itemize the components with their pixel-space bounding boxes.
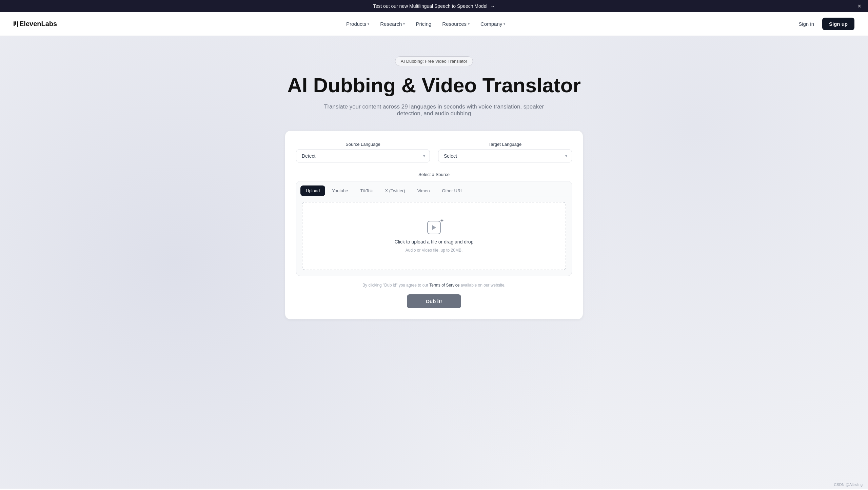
- sign-up-button[interactable]: Sign up: [822, 18, 854, 30]
- nav-link-pricing[interactable]: Pricing: [412, 18, 435, 30]
- target-language-select[interactable]: Select: [438, 150, 572, 162]
- announcement-text: Test out our new Multilingual Speech to …: [373, 3, 488, 9]
- tab-other-url[interactable]: Other URL: [436, 185, 468, 196]
- logo-bar-3: [17, 21, 18, 27]
- upload-area[interactable]: + Click to upload a file or drag and dro…: [302, 202, 566, 270]
- chevron-down-icon: ▾: [468, 22, 470, 26]
- tab-youtube[interactable]: Youtube: [327, 185, 353, 196]
- nav-link-company[interactable]: Company ▾: [476, 18, 509, 30]
- tab-upload[interactable]: Upload: [300, 185, 325, 196]
- nav-item-pricing[interactable]: Pricing: [412, 18, 435, 30]
- nav-link-resources[interactable]: Resources ▾: [438, 18, 474, 30]
- sign-in-button[interactable]: Sign in: [794, 18, 818, 30]
- nav-item-resources[interactable]: Resources ▾: [438, 18, 474, 30]
- source-section: Select a Source Upload Youtube TikTok X …: [296, 172, 572, 276]
- source-tabs-area: Upload Youtube TikTok X (Twitter) Vimeo …: [296, 181, 572, 276]
- source-language-select-wrapper: Detect ▾: [296, 150, 430, 162]
- upload-sub-text: Audio or Video file, up to 20MB.: [406, 248, 463, 253]
- plus-icon: +: [440, 218, 443, 223]
- tab-tiktok[interactable]: TikTok: [355, 185, 378, 196]
- footer-credit: CSDN @Altrsling: [834, 483, 863, 487]
- hero-section: AI Dubbing: Free Video Translator AI Dub…: [0, 36, 868, 489]
- chevron-down-icon: ▾: [504, 22, 505, 26]
- upload-icon-wrapper: +: [426, 219, 442, 236]
- nav-links: Products ▾ Research ▾ Pricing Resources …: [342, 18, 509, 30]
- hero-badge: AI Dubbing: Free Video Translator: [395, 56, 473, 66]
- tab-x-twitter[interactable]: X (Twitter): [380, 185, 411, 196]
- logo-bar-2: [15, 21, 16, 25]
- source-tabs: Upload Youtube TikTok X (Twitter) Vimeo …: [296, 181, 572, 196]
- announcement-close-button[interactable]: ×: [857, 3, 861, 9]
- nav-actions: Sign in Sign up: [794, 18, 854, 30]
- nav-item-company[interactable]: Company ▾: [476, 18, 509, 30]
- source-language-label: Source Language: [296, 142, 430, 147]
- announcement-arrow: →: [490, 3, 495, 9]
- terms-text: By clicking "Dub it!" you agree to our T…: [296, 283, 572, 288]
- terms-link[interactable]: Terms of Service: [429, 283, 459, 288]
- logo-bars-icon: [14, 21, 18, 27]
- svg-marker-0: [432, 225, 436, 230]
- main-form-card: Source Language Detect ▾ Target Language…: [285, 131, 583, 319]
- nav-link-products[interactable]: Products ▾: [342, 18, 373, 30]
- target-language-label: Target Language: [438, 142, 572, 147]
- hero-subtitle: Translate your content across 29 languag…: [319, 103, 549, 117]
- source-language-group: Source Language Detect ▾: [296, 142, 430, 162]
- navbar: ElevenLabs Products ▾ Research ▾ Pricing…: [0, 12, 868, 36]
- target-language-select-wrapper: Select ▾: [438, 150, 572, 162]
- select-source-label: Select a Source: [296, 172, 572, 177]
- nav-link-research[interactable]: Research ▾: [376, 18, 409, 30]
- hero-title: AI Dubbing & Video Translator: [7, 74, 861, 97]
- chevron-down-icon: ▾: [368, 22, 369, 26]
- upload-main-text: Click to upload a file or drag and drop: [395, 239, 474, 244]
- video-upload-icon: [427, 221, 441, 234]
- logo-bar-1: [14, 21, 15, 26]
- nav-item-products[interactable]: Products ▾: [342, 18, 373, 30]
- nav-item-research[interactable]: Research ▾: [376, 18, 409, 30]
- logo-text: ElevenLabs: [19, 20, 57, 28]
- logo[interactable]: ElevenLabs: [14, 20, 57, 28]
- source-language-select[interactable]: Detect: [296, 150, 430, 162]
- announcement-bar: Test out our new Multilingual Speech to …: [0, 0, 868, 12]
- dub-it-button[interactable]: Dub it!: [407, 294, 461, 308]
- chevron-down-icon: ▾: [403, 22, 405, 26]
- language-row: Source Language Detect ▾ Target Language…: [296, 142, 572, 162]
- tab-vimeo[interactable]: Vimeo: [412, 185, 435, 196]
- target-language-group: Target Language Select ▾: [438, 142, 572, 162]
